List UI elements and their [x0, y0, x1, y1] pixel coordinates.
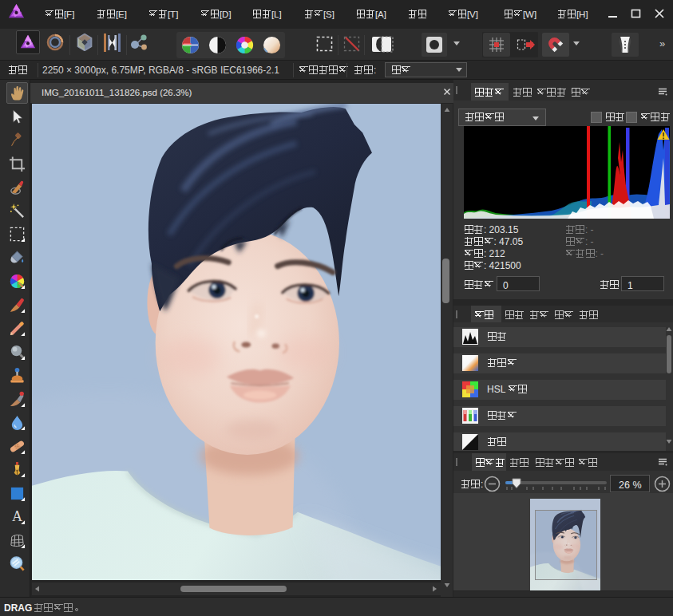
svg-text:!: !: [662, 132, 664, 140]
svg-text:A: A: [12, 508, 22, 524]
